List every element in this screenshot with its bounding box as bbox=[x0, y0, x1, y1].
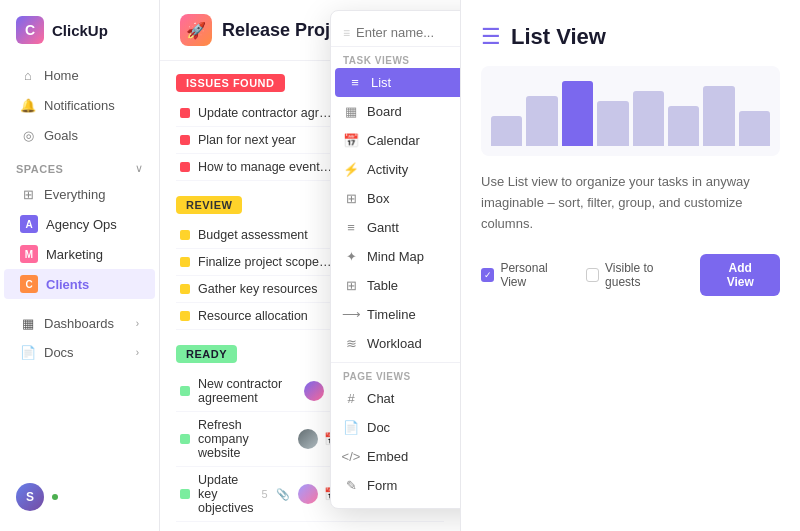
dropdown-item-board[interactable]: ▦ Board bbox=[331, 97, 460, 126]
activity-item-icon: ⚡ bbox=[343, 162, 359, 177]
grid-icon: ⊞ bbox=[20, 186, 36, 202]
docs-icon: 📄 bbox=[20, 345, 36, 360]
clients-avatar: C bbox=[20, 275, 38, 293]
dropdown-item-doc[interactable]: 📄 Doc bbox=[331, 413, 460, 442]
main-content: 🚀 Release Project ISSUES FOUND Update co… bbox=[160, 0, 460, 531]
task-avatar bbox=[298, 429, 318, 449]
user-avatar[interactable]: S bbox=[16, 483, 44, 511]
sidebar-item-agency-ops[interactable]: A Agency Ops bbox=[4, 209, 155, 239]
chart-bar bbox=[597, 101, 628, 146]
sidebar: C ClickUp ⌂ Home 🔔 Notifications ◎ Goals… bbox=[0, 0, 160, 531]
personal-view-label: Personal View bbox=[500, 261, 573, 289]
sidebar-item-goals[interactable]: ◎ Goals bbox=[4, 120, 155, 150]
marketing-avatar: M bbox=[20, 245, 38, 263]
sidebar-item-notifications-label: Notifications bbox=[44, 98, 115, 113]
sidebar-footer: S bbox=[0, 475, 159, 519]
sidebar-item-goals-label: Goals bbox=[44, 128, 78, 143]
dropdown-item-chat[interactable]: # Chat bbox=[331, 384, 460, 413]
spaces-label: Spaces bbox=[16, 163, 63, 175]
home-icon: ⌂ bbox=[20, 67, 36, 83]
group-header-ready[interactable]: READY bbox=[176, 345, 237, 363]
dropdown-item-embed[interactable]: </> Embed bbox=[331, 442, 460, 471]
chart-bar bbox=[562, 81, 593, 146]
task-status-dot bbox=[180, 386, 190, 396]
visible-guests-checkbox[interactable] bbox=[586, 268, 599, 282]
spaces-section: Spaces ∨ bbox=[0, 150, 159, 179]
task-avatar bbox=[298, 484, 318, 504]
list-view-icon: ☰ bbox=[481, 24, 501, 50]
dropdown-divider bbox=[331, 362, 460, 363]
calendar-item-icon: 📅 bbox=[343, 133, 359, 148]
add-view-button[interactable]: Add View bbox=[700, 254, 780, 296]
dashboards-chevron-icon: › bbox=[136, 318, 139, 329]
dropdown-item-workload[interactable]: ≋ Workload bbox=[331, 329, 460, 358]
task-status-dot bbox=[180, 135, 190, 145]
task-status-dot bbox=[180, 311, 190, 321]
chart-bar bbox=[491, 116, 522, 146]
gantt-item-icon: ≡ bbox=[343, 220, 359, 235]
personal-view-checkbox[interactable]: ✓ bbox=[481, 268, 494, 282]
table-item-icon: ⊞ bbox=[343, 278, 359, 293]
sidebar-item-notifications[interactable]: 🔔 Notifications bbox=[4, 90, 155, 120]
clip-icon: 📎 bbox=[276, 488, 290, 501]
list-icon: ≡ bbox=[343, 26, 350, 40]
mindmap-item-icon: ✦ bbox=[343, 249, 359, 264]
view-dropdown[interactable]: ≡ TASK VIEWS ≡ List ▦ Board 📅 Calendar ⚡… bbox=[330, 10, 460, 509]
dashboards-label: Dashboards bbox=[44, 316, 114, 331]
dropdown-search-container: ≡ bbox=[331, 19, 460, 47]
sidebar-item-home[interactable]: ⌂ Home bbox=[4, 60, 155, 90]
form-item-icon: ✎ bbox=[343, 478, 359, 493]
task-views-label: TASK VIEWS bbox=[331, 51, 460, 68]
embed-item-icon: </> bbox=[343, 449, 359, 464]
visible-guests-label: Visible to guests bbox=[605, 261, 688, 289]
list-item-icon: ≡ bbox=[347, 75, 363, 90]
dropdown-item-form[interactable]: ✎ Form bbox=[331, 471, 460, 500]
task-status-dot bbox=[180, 434, 190, 444]
sidebar-item-clients[interactable]: C Clients bbox=[4, 269, 155, 299]
list-view-description: Use List view to organize your tasks in … bbox=[481, 172, 780, 234]
right-panel: ☰ List View Use List view to organize yo… bbox=[460, 0, 800, 531]
task-status-dot bbox=[180, 489, 190, 499]
dropdown-item-gantt[interactable]: ≡ Gantt bbox=[331, 213, 460, 242]
group-header-review[interactable]: REVIEW bbox=[176, 196, 242, 214]
task-status-dot bbox=[180, 162, 190, 172]
sidebar-item-marketing[interactable]: M Marketing bbox=[4, 239, 155, 269]
group-header-issues[interactable]: ISSUES FOUND bbox=[176, 74, 285, 92]
sidebar-item-everything-label: Everything bbox=[44, 187, 105, 202]
docs-chevron-icon: › bbox=[136, 347, 139, 358]
board-item-icon: ▦ bbox=[343, 104, 359, 119]
logo-text: ClickUp bbox=[52, 22, 108, 39]
box-item-icon: ⊞ bbox=[343, 191, 359, 206]
sidebar-item-docs[interactable]: 📄 Docs › bbox=[4, 338, 155, 367]
chart-bar bbox=[703, 86, 734, 146]
doc-item-icon: 📄 bbox=[343, 420, 359, 435]
list-view-footer: ✓ Personal View Visible to guests Add Vi… bbox=[481, 254, 780, 296]
dropdown-item-list[interactable]: ≡ List bbox=[335, 68, 460, 97]
sidebar-item-clients-label: Clients bbox=[46, 277, 89, 292]
chart-bar bbox=[668, 106, 699, 146]
logo: C ClickUp bbox=[0, 12, 159, 60]
dropdown-item-mindmap[interactable]: ✦ Mind Map bbox=[331, 242, 460, 271]
dropdown-item-activity[interactable]: ⚡ Activity bbox=[331, 155, 460, 184]
personal-view-checkbox-group: ✓ Personal View bbox=[481, 261, 574, 289]
sidebar-item-dashboards[interactable]: ▦ Dashboards › bbox=[4, 309, 155, 338]
project-icon: 🚀 bbox=[180, 14, 212, 46]
list-view-header: ☰ List View bbox=[481, 24, 780, 50]
sidebar-item-everything[interactable]: ⊞ Everything bbox=[4, 179, 155, 209]
task-status-dot bbox=[180, 284, 190, 294]
user-status-dot bbox=[52, 494, 58, 500]
chart-bar bbox=[526, 96, 557, 146]
sidebar-item-marketing-label: Marketing bbox=[46, 247, 103, 262]
dropdown-item-box[interactable]: ⊞ Box bbox=[331, 184, 460, 213]
sidebar-item-agency-ops-label: Agency Ops bbox=[46, 217, 117, 232]
dropdown-item-table[interactable]: ⊞ Table bbox=[331, 271, 460, 300]
task-status-dot bbox=[180, 108, 190, 118]
bell-icon: 🔔 bbox=[20, 97, 36, 113]
dropdown-item-calendar[interactable]: 📅 Calendar bbox=[331, 126, 460, 155]
dropdown-item-timeline[interactable]: ⟶ Timeline bbox=[331, 300, 460, 329]
task-status-dot bbox=[180, 230, 190, 240]
search-input[interactable] bbox=[356, 25, 460, 40]
chart-bar bbox=[739, 111, 770, 146]
task-status-dot bbox=[180, 257, 190, 267]
docs-label: Docs bbox=[44, 345, 74, 360]
